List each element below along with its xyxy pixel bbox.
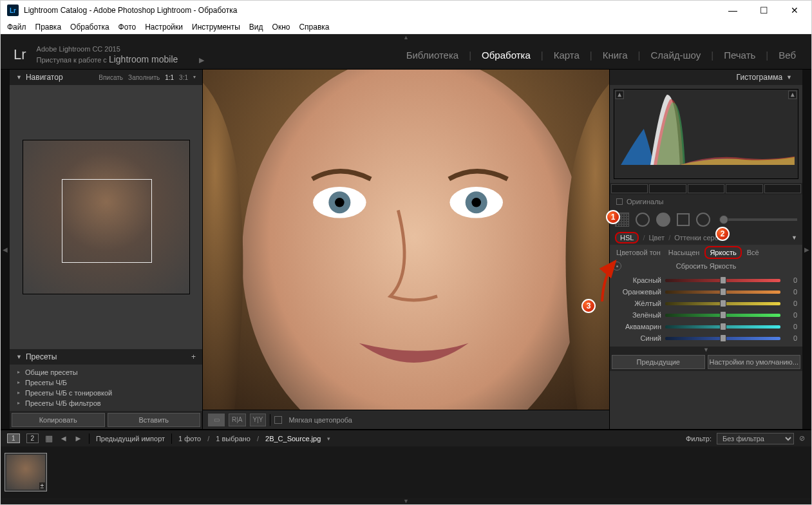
slider-yellow[interactable]: [665, 302, 780, 305]
targeted-adjustment-tool[interactable]: [612, 262, 621, 271]
reset-luminance-label[interactable]: Сбросить Яркость: [676, 262, 736, 270]
slider-red[interactable]: [665, 279, 780, 282]
preset-folder[interactable]: Пресеты Ч/Б: [10, 377, 202, 388]
module-print[interactable]: Печать: [721, 50, 758, 61]
maximize-button[interactable]: ☐: [757, 5, 770, 15]
spot-tool-button[interactable]: [636, 213, 650, 227]
filmstrip[interactable]: ±: [1, 446, 811, 498]
slider-yellow-value[interactable]: 0: [784, 300, 797, 307]
top-panel-toggle[interactable]: ▲: [1, 34, 811, 41]
menu-view[interactable]: Вид: [249, 23, 263, 32]
slider-aqua-label: Аквамарин: [615, 323, 661, 330]
slider-orange-label: Оранжевый: [615, 288, 661, 296]
paste-button[interactable]: Вставить: [108, 413, 201, 427]
bottom-panel-toggle[interactable]: ▼: [1, 498, 811, 504]
menu-develop[interactable]: Обработка: [70, 23, 109, 32]
grid-view-icon[interactable]: ▦: [45, 434, 53, 443]
add-preset-button[interactable]: +: [191, 352, 196, 361]
menu-photo[interactable]: Фото: [118, 23, 137, 32]
filter-label: Фильтр:: [686, 435, 712, 443]
originals-row[interactable]: Оригиналы: [610, 195, 802, 209]
menu-help[interactable]: Справка: [299, 23, 329, 32]
radial-tool-button[interactable]: [696, 213, 710, 227]
slider-green[interactable]: [665, 314, 780, 317]
histogram-zones[interactable]: [610, 183, 802, 195]
triangle-down-icon: ▼: [786, 74, 792, 81]
module-map[interactable]: Карта: [551, 50, 582, 61]
before-after-tb-button[interactable]: Y|Y: [250, 414, 267, 426]
mobile-arrow-icon[interactable]: ▶: [199, 56, 204, 64]
nav-ratio-dropdown[interactable]: ▾: [193, 74, 196, 81]
filename-dropdown-icon[interactable]: ▾: [327, 435, 330, 442]
color-tab[interactable]: Цвет: [648, 234, 665, 242]
left-panel-toggle[interactable]: ◀: [1, 70, 10, 429]
copy-button[interactable]: Копировать: [12, 413, 105, 427]
luminance-tab[interactable]: Яркость: [704, 246, 741, 259]
hue-tab[interactable]: Цветовой тон: [614, 247, 663, 258]
gradient-tool-button[interactable]: [677, 213, 690, 226]
all-tab[interactable]: Всё: [744, 247, 762, 258]
soft-proof-checkbox[interactable]: [274, 416, 282, 424]
triangle-down-icon: ▼: [16, 74, 22, 81]
nav-1-1[interactable]: 1:1: [165, 74, 174, 81]
slider-red-value[interactable]: 0: [784, 276, 797, 284]
filter-lock-icon[interactable]: ⊘: [799, 434, 805, 443]
slider-blue-value[interactable]: 0: [784, 334, 797, 342]
source-label[interactable]: Предыдущий импорт: [96, 435, 165, 443]
module-develop[interactable]: Обработка: [479, 50, 533, 61]
slider-orange[interactable]: [665, 291, 780, 294]
menu-file[interactable]: Файл: [7, 23, 26, 32]
prev-photo-icon[interactable]: ◄: [59, 434, 68, 443]
menu-tools[interactable]: Инструменты: [192, 23, 240, 32]
navigator-preview[interactable]: [10, 85, 202, 349]
slider-aqua-value[interactable]: 0: [784, 323, 797, 330]
next-photo-icon[interactable]: ►: [74, 434, 82, 443]
navigator-panel-header[interactable]: ▼ Навигатор Вписать Заполнить 1:1 3:1 ▾: [10, 70, 202, 85]
hsl-sub-tabs: Цветовой тон Насыщен Яркость Всё: [610, 245, 802, 260]
menu-settings[interactable]: Настройки: [145, 23, 183, 32]
slider-red-label: Красный: [615, 276, 661, 284]
module-book[interactable]: Книга: [600, 50, 630, 61]
module-slideshow[interactable]: Слайд-шоу: [648, 50, 704, 61]
minimize-button[interactable]: —: [726, 5, 739, 15]
right-panel-toggle[interactable]: ▶: [802, 70, 811, 429]
close-button[interactable]: ✕: [788, 5, 801, 15]
hsl-tab[interactable]: HSL: [615, 232, 639, 243]
histogram[interactable]: [614, 89, 798, 179]
filmstrip-header: 1 2 ▦ ◄ ► Предыдущий импорт 1 фото / 1 в…: [1, 430, 811, 446]
preset-folder[interactable]: Общие пресеты: [10, 367, 202, 377]
preset-folder[interactable]: Пресеты Ч/Б с тонировкой: [10, 388, 202, 398]
histogram-panel-header[interactable]: Гистограмма ▼: [610, 70, 802, 85]
filename-label[interactable]: 2B_C_Source.jpg: [265, 435, 321, 443]
redeye-tool-button[interactable]: [656, 213, 670, 227]
presets-panel-header[interactable]: ▼ Пресеты +: [10, 349, 202, 365]
menu-window[interactable]: Окно: [272, 23, 290, 32]
navigator-crop-rect[interactable]: [62, 179, 152, 263]
saturation-tab[interactable]: Насыщен: [666, 247, 703, 258]
before-after-lr-button[interactable]: R|A: [229, 414, 246, 426]
filter-select[interactable]: Без фильтра: [717, 433, 794, 444]
second-window-button[interactable]: 2: [26, 434, 39, 443]
slider-orange-value[interactable]: 0: [784, 288, 797, 296]
lightroom-mobile-link[interactable]: Lightroom mobile: [109, 54, 178, 64]
module-web[interactable]: Веб: [776, 50, 798, 61]
loupe-view-button[interactable]: ▭: [208, 414, 225, 426]
panel-scroll-icon[interactable]: ▼: [610, 347, 802, 353]
module-library[interactable]: Библиотека: [404, 50, 462, 61]
slider-aqua[interactable]: [665, 325, 780, 329]
nav-fit[interactable]: Вписать: [99, 74, 123, 81]
filmstrip-thumb[interactable]: ±: [5, 453, 47, 491]
selected-count-label: 1 выбрано: [216, 435, 250, 443]
previous-button[interactable]: Предыдущие: [612, 355, 705, 369]
nav-fill[interactable]: Заполнить: [128, 74, 160, 81]
slider-green-value[interactable]: 0: [784, 311, 797, 319]
menu-edit[interactable]: Правка: [35, 23, 62, 32]
main-window-button[interactable]: 1: [7, 434, 20, 443]
triangle-down-icon: ▼: [791, 234, 797, 241]
slider-blue[interactable]: [665, 337, 780, 340]
main-image-view[interactable]: [203, 70, 609, 410]
defaults-button[interactable]: Настройки по умолчанию...: [708, 355, 801, 369]
nav-3-1[interactable]: 3:1: [179, 74, 188, 81]
brush-size-slider[interactable]: [719, 218, 797, 221]
preset-folder[interactable]: Пресеты Ч/Б фильтров: [10, 398, 202, 408]
